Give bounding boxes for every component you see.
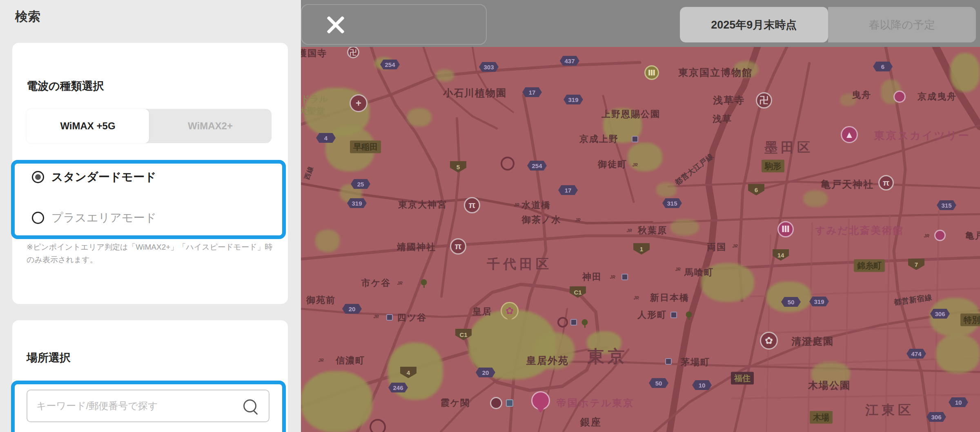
road-shield: 254 [380, 60, 400, 69]
map-label: 信濃町 [336, 354, 365, 367]
map-label: 神田 [582, 271, 602, 283]
metro-sq-icon [632, 136, 638, 142]
mode-highlight-box [11, 160, 286, 239]
map-label: 御徒町 [598, 158, 627, 171]
map-label: 護国寺 [301, 47, 327, 60]
map-label: 茅場町 [681, 356, 710, 368]
jr-icon: JR [372, 313, 380, 320]
period-future-button[interactable]: 春以降の予定 [828, 7, 976, 42]
skytree-icon: ▲ [841, 126, 858, 143]
road-shield: 25 [351, 179, 370, 189]
coverage-map-app: 卍+Ⅲ卍▲πππⅢ✿✿JRJRJRJRJRJRJRJRJRJRJRJR25430… [0, 0, 980, 432]
map-label: 千代田区 [487, 255, 552, 273]
map-label: 東京 [587, 345, 628, 368]
map-label: 亀戸天神社 [821, 178, 874, 191]
map-label: 上野恩賜公園 [601, 108, 660, 120]
metro-sq-icon [665, 358, 672, 365]
map-label: 秋葉原 [638, 224, 667, 237]
map-label: 東京国立博物館 [678, 66, 753, 79]
period-current-button[interactable]: 2025年9月末時点 [680, 7, 828, 42]
torii-icon: π [464, 197, 480, 213]
rail-icon [934, 230, 946, 241]
metro-sq-icon [570, 319, 577, 326]
coverage-gap-patch [301, 371, 372, 432]
map-label: 亀戸 [965, 230, 980, 242]
map-label: 市ケ谷 [361, 277, 391, 289]
coverage-map[interactable]: 卍+Ⅲ卍▲πππⅢ✿✿JRJRJRJRJRJRJRJRJRJRJRJR25430… [301, 47, 980, 432]
kasumi-icon [490, 397, 502, 409]
tab-wimax2plus[interactable]: WiMAX2+ [149, 109, 272, 143]
metro-sq-icon [386, 314, 393, 321]
location-heading: 場所選択 [27, 350, 71, 365]
jr-icon: JR [731, 242, 739, 250]
map-label: 新日本橋 [650, 292, 689, 304]
tab-wimax-5g[interactable]: WiMAX +5G [27, 109, 149, 143]
map-label: 京成曳舟 [918, 91, 957, 103]
map-label: 霞ケ関 [441, 397, 470, 409]
road-shield: 437 [560, 56, 579, 66]
jr-icon: JR [513, 201, 520, 208]
map-label: 小石川植物園 [443, 86, 507, 100]
road-shield: 50 [649, 378, 668, 388]
road-shield: 50 [781, 297, 801, 307]
coverage-gap-patch [803, 191, 828, 207]
panel-title: 検索 [15, 8, 40, 25]
road-shield: 10 [692, 380, 712, 390]
metro-sq-blue-icon [506, 399, 513, 407]
map-label: すみだ北斎美術館 [815, 224, 904, 237]
coverage-gap-patch [766, 281, 811, 312]
hotel-icon [531, 391, 550, 410]
map-label: 京成上野 [579, 133, 619, 145]
road-shield: 254 [527, 161, 547, 171]
jr-icon: JR [317, 357, 325, 364]
map-label: 早稲田 [350, 141, 381, 153]
road-shield: 474 [906, 349, 926, 359]
map-label: 帝国ホテル東京 [557, 397, 635, 410]
map-label: 東京大神宮 [398, 199, 447, 211]
map-label: 東京スカイツリー [874, 128, 970, 143]
map-label: 福住 [731, 372, 754, 385]
road-shield: 20 [342, 304, 362, 314]
map-label: ドラル [301, 93, 328, 105]
jr-icon: JR [574, 216, 581, 224]
manji-icon: 卍 [756, 92, 772, 109]
metro-circle-icon [370, 419, 386, 432]
map-label: 御苑前 [306, 294, 336, 306]
jr-icon: JR [923, 232, 930, 239]
network-type-tabs: WiMAX +5G WiMAX2+ [27, 109, 272, 143]
tree-icon [421, 279, 427, 286]
palace-icon: ✿ [501, 302, 519, 320]
map-label: 木場 [810, 411, 833, 424]
jr-icon: JR [631, 161, 639, 168]
coverage-gap-patch [936, 335, 980, 373]
search-panel: 検索 電波の種類選択 WiMAX +5G WiMAX2+ ※ピンポイントエリア判… [0, 0, 301, 432]
jr-icon: JR [633, 294, 640, 301]
cross-icon: + [350, 94, 368, 112]
map-label: 皇居外苑 [526, 354, 569, 367]
road-shield: 246 [388, 383, 408, 392]
road-shield: 315 [937, 200, 956, 210]
map-label: 江東区 [865, 401, 914, 419]
map-label: 馬喰町 [684, 266, 714, 279]
museum-icon: Ⅲ [644, 65, 659, 80]
map-label: 清澄庭園 [791, 335, 834, 348]
coverage-gap-patch [670, 219, 699, 235]
road-shield: 4 [316, 133, 336, 143]
jr-icon: JR [396, 279, 403, 287]
road-shield: 315 [662, 198, 682, 208]
map-label: 木場公園 [808, 379, 851, 392]
close-icon[interactable] [325, 14, 347, 36]
coverage-period-toggle: 2025年9月末時点 春以降の予定 [680, 7, 976, 42]
map-label: 靖國神社 [397, 241, 436, 253]
road-shield: 306 [930, 309, 950, 319]
road-shield: 319 [347, 198, 367, 208]
map-label: 墨田区 [764, 139, 813, 157]
flower-icon: ✿ [760, 332, 778, 350]
coverage-gap-patch [656, 182, 677, 197]
metro-sq-icon [621, 274, 628, 280]
radio-type-heading: 電波の種類選択 [27, 79, 104, 93]
map-label: 曳舟 [852, 89, 871, 101]
map-toolbar: 2025年9月末時点 春以降の予定 [301, 0, 980, 47]
road-shield: 319 [564, 95, 583, 104]
map-label: 水道橋 [521, 199, 551, 211]
